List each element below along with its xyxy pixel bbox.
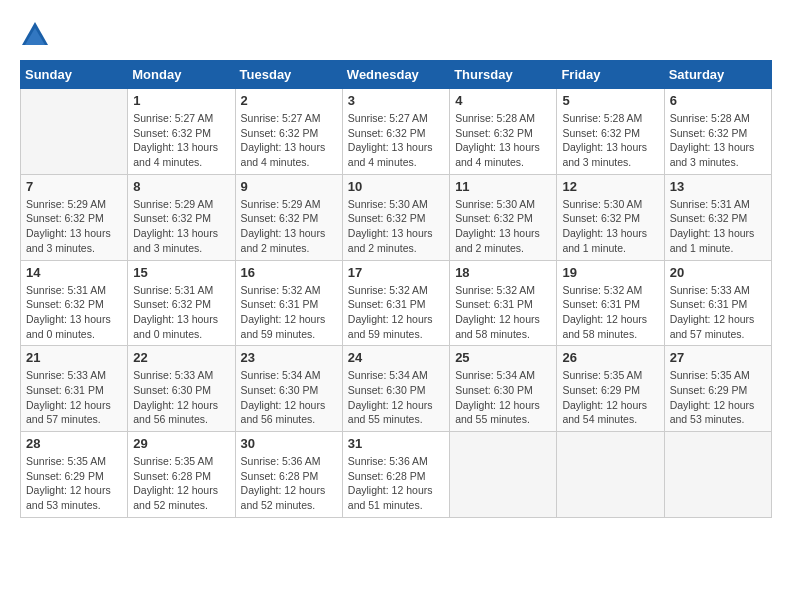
calendar-cell (664, 432, 771, 518)
day-info: Sunrise: 5:27 AMSunset: 6:32 PMDaylight:… (241, 111, 337, 170)
day-number: 13 (670, 179, 766, 194)
day-number: 30 (241, 436, 337, 451)
day-info: Sunrise: 5:34 AMSunset: 6:30 PMDaylight:… (348, 368, 444, 427)
day-info: Sunrise: 5:28 AMSunset: 6:32 PMDaylight:… (670, 111, 766, 170)
calendar-cell: 15Sunrise: 5:31 AMSunset: 6:32 PMDayligh… (128, 260, 235, 346)
day-number: 21 (26, 350, 122, 365)
day-info: Sunrise: 5:32 AMSunset: 6:31 PMDaylight:… (241, 283, 337, 342)
day-info: Sunrise: 5:36 AMSunset: 6:28 PMDaylight:… (348, 454, 444, 513)
day-info: Sunrise: 5:33 AMSunset: 6:30 PMDaylight:… (133, 368, 229, 427)
day-info: Sunrise: 5:29 AMSunset: 6:32 PMDaylight:… (241, 197, 337, 256)
day-info: Sunrise: 5:33 AMSunset: 6:31 PMDaylight:… (26, 368, 122, 427)
day-info: Sunrise: 5:27 AMSunset: 6:32 PMDaylight:… (133, 111, 229, 170)
day-number: 29 (133, 436, 229, 451)
calendar-cell: 8Sunrise: 5:29 AMSunset: 6:32 PMDaylight… (128, 174, 235, 260)
weekday-header: Saturday (664, 61, 771, 89)
calendar-cell: 11Sunrise: 5:30 AMSunset: 6:32 PMDayligh… (450, 174, 557, 260)
calendar-cell: 17Sunrise: 5:32 AMSunset: 6:31 PMDayligh… (342, 260, 449, 346)
calendar-week-row: 28Sunrise: 5:35 AMSunset: 6:29 PMDayligh… (21, 432, 772, 518)
day-number: 9 (241, 179, 337, 194)
day-info: Sunrise: 5:31 AMSunset: 6:32 PMDaylight:… (670, 197, 766, 256)
day-number: 14 (26, 265, 122, 280)
calendar-header: SundayMondayTuesdayWednesdayThursdayFrid… (21, 61, 772, 89)
day-info: Sunrise: 5:30 AMSunset: 6:32 PMDaylight:… (455, 197, 551, 256)
day-info: Sunrise: 5:35 AMSunset: 6:29 PMDaylight:… (562, 368, 658, 427)
day-info: Sunrise: 5:34 AMSunset: 6:30 PMDaylight:… (241, 368, 337, 427)
calendar-cell: 25Sunrise: 5:34 AMSunset: 6:30 PMDayligh… (450, 346, 557, 432)
calendar-cell: 4Sunrise: 5:28 AMSunset: 6:32 PMDaylight… (450, 89, 557, 175)
calendar-week-row: 1Sunrise: 5:27 AMSunset: 6:32 PMDaylight… (21, 89, 772, 175)
day-number: 23 (241, 350, 337, 365)
day-number: 11 (455, 179, 551, 194)
calendar-cell: 27Sunrise: 5:35 AMSunset: 6:29 PMDayligh… (664, 346, 771, 432)
calendar-week-row: 14Sunrise: 5:31 AMSunset: 6:32 PMDayligh… (21, 260, 772, 346)
calendar-week-row: 21Sunrise: 5:33 AMSunset: 6:31 PMDayligh… (21, 346, 772, 432)
day-number: 18 (455, 265, 551, 280)
day-number: 4 (455, 93, 551, 108)
day-info: Sunrise: 5:31 AMSunset: 6:32 PMDaylight:… (26, 283, 122, 342)
day-info: Sunrise: 5:28 AMSunset: 6:32 PMDaylight:… (455, 111, 551, 170)
calendar-cell: 6Sunrise: 5:28 AMSunset: 6:32 PMDaylight… (664, 89, 771, 175)
calendar-cell: 9Sunrise: 5:29 AMSunset: 6:32 PMDaylight… (235, 174, 342, 260)
day-info: Sunrise: 5:36 AMSunset: 6:28 PMDaylight:… (241, 454, 337, 513)
weekday-header: Tuesday (235, 61, 342, 89)
day-number: 2 (241, 93, 337, 108)
calendar-cell: 29Sunrise: 5:35 AMSunset: 6:28 PMDayligh… (128, 432, 235, 518)
day-number: 7 (26, 179, 122, 194)
day-number: 10 (348, 179, 444, 194)
day-info: Sunrise: 5:35 AMSunset: 6:29 PMDaylight:… (26, 454, 122, 513)
day-info: Sunrise: 5:29 AMSunset: 6:32 PMDaylight:… (133, 197, 229, 256)
day-number: 17 (348, 265, 444, 280)
calendar-cell: 13Sunrise: 5:31 AMSunset: 6:32 PMDayligh… (664, 174, 771, 260)
day-number: 5 (562, 93, 658, 108)
weekday-header: Monday (128, 61, 235, 89)
day-number: 3 (348, 93, 444, 108)
weekday-header: Sunday (21, 61, 128, 89)
day-info: Sunrise: 5:30 AMSunset: 6:32 PMDaylight:… (562, 197, 658, 256)
day-number: 26 (562, 350, 658, 365)
day-info: Sunrise: 5:29 AMSunset: 6:32 PMDaylight:… (26, 197, 122, 256)
day-number: 15 (133, 265, 229, 280)
day-info: Sunrise: 5:28 AMSunset: 6:32 PMDaylight:… (562, 111, 658, 170)
day-number: 8 (133, 179, 229, 194)
calendar-cell: 31Sunrise: 5:36 AMSunset: 6:28 PMDayligh… (342, 432, 449, 518)
day-info: Sunrise: 5:35 AMSunset: 6:28 PMDaylight:… (133, 454, 229, 513)
weekday-header: Wednesday (342, 61, 449, 89)
day-number: 25 (455, 350, 551, 365)
day-number: 19 (562, 265, 658, 280)
day-info: Sunrise: 5:32 AMSunset: 6:31 PMDaylight:… (562, 283, 658, 342)
calendar-cell: 28Sunrise: 5:35 AMSunset: 6:29 PMDayligh… (21, 432, 128, 518)
weekday-header: Friday (557, 61, 664, 89)
day-number: 20 (670, 265, 766, 280)
day-number: 12 (562, 179, 658, 194)
day-info: Sunrise: 5:32 AMSunset: 6:31 PMDaylight:… (348, 283, 444, 342)
calendar-cell: 23Sunrise: 5:34 AMSunset: 6:30 PMDayligh… (235, 346, 342, 432)
day-number: 27 (670, 350, 766, 365)
day-info: Sunrise: 5:34 AMSunset: 6:30 PMDaylight:… (455, 368, 551, 427)
day-info: Sunrise: 5:33 AMSunset: 6:31 PMDaylight:… (670, 283, 766, 342)
calendar-cell: 1Sunrise: 5:27 AMSunset: 6:32 PMDaylight… (128, 89, 235, 175)
day-number: 24 (348, 350, 444, 365)
page-header (20, 20, 772, 50)
calendar-cell: 18Sunrise: 5:32 AMSunset: 6:31 PMDayligh… (450, 260, 557, 346)
calendar-cell: 21Sunrise: 5:33 AMSunset: 6:31 PMDayligh… (21, 346, 128, 432)
calendar-cell: 30Sunrise: 5:36 AMSunset: 6:28 PMDayligh… (235, 432, 342, 518)
logo (20, 20, 54, 50)
weekday-row: SundayMondayTuesdayWednesdayThursdayFrid… (21, 61, 772, 89)
day-info: Sunrise: 5:32 AMSunset: 6:31 PMDaylight:… (455, 283, 551, 342)
day-number: 22 (133, 350, 229, 365)
weekday-header: Thursday (450, 61, 557, 89)
day-info: Sunrise: 5:27 AMSunset: 6:32 PMDaylight:… (348, 111, 444, 170)
day-info: Sunrise: 5:30 AMSunset: 6:32 PMDaylight:… (348, 197, 444, 256)
calendar-cell (21, 89, 128, 175)
calendar-cell: 5Sunrise: 5:28 AMSunset: 6:32 PMDaylight… (557, 89, 664, 175)
calendar-cell: 10Sunrise: 5:30 AMSunset: 6:32 PMDayligh… (342, 174, 449, 260)
calendar-cell: 14Sunrise: 5:31 AMSunset: 6:32 PMDayligh… (21, 260, 128, 346)
calendar-cell: 2Sunrise: 5:27 AMSunset: 6:32 PMDaylight… (235, 89, 342, 175)
logo-icon (20, 20, 50, 50)
day-number: 16 (241, 265, 337, 280)
calendar-cell: 26Sunrise: 5:35 AMSunset: 6:29 PMDayligh… (557, 346, 664, 432)
calendar-cell: 3Sunrise: 5:27 AMSunset: 6:32 PMDaylight… (342, 89, 449, 175)
day-number: 31 (348, 436, 444, 451)
calendar-cell: 20Sunrise: 5:33 AMSunset: 6:31 PMDayligh… (664, 260, 771, 346)
